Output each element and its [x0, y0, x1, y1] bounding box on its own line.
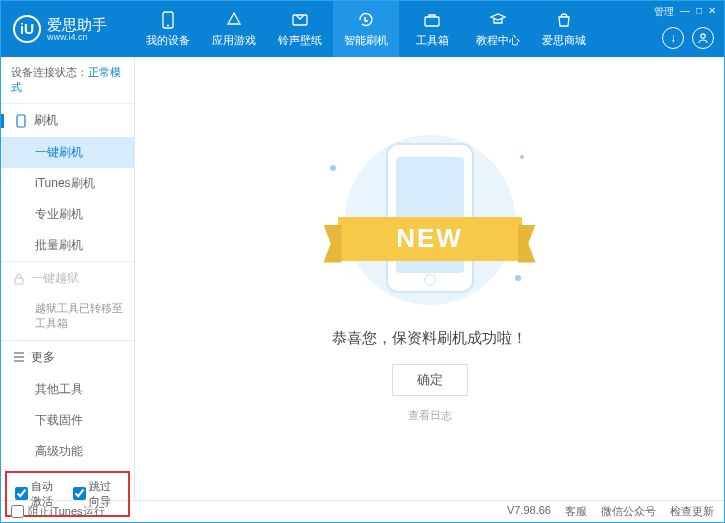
- manage-button[interactable]: 管理: [654, 5, 674, 19]
- sidebar-item-batch[interactable]: 批量刷机: [1, 230, 134, 261]
- phone-icon: [16, 114, 28, 128]
- svg-rect-3: [425, 17, 439, 26]
- update-link[interactable]: 检查更新: [670, 504, 714, 519]
- illustration: NEW: [320, 135, 540, 315]
- user-icon[interactable]: [692, 27, 714, 49]
- version-label: V7.98.66: [507, 504, 551, 519]
- sidebar-item-itunes[interactable]: iTunes刷机: [1, 168, 134, 199]
- maximize-button[interactable]: □: [696, 5, 702, 19]
- wechat-link[interactable]: 微信公众号: [601, 504, 656, 519]
- sidebar-head-more[interactable]: 更多: [1, 341, 134, 374]
- support-link[interactable]: 客服: [565, 504, 587, 519]
- ok-button[interactable]: 确定: [392, 364, 468, 396]
- minimize-button[interactable]: —: [680, 5, 690, 19]
- new-ribbon: NEW: [338, 217, 522, 261]
- nav-flash[interactable]: 智能刷机: [333, 1, 399, 57]
- sidebar-item-pro[interactable]: 专业刷机: [1, 199, 134, 230]
- download-icon[interactable]: ↓: [662, 27, 684, 49]
- app-url: www.i4.cn: [47, 32, 107, 42]
- lock-icon: [13, 273, 25, 285]
- phone-icon: [159, 11, 177, 29]
- close-button[interactable]: ✕: [708, 5, 716, 19]
- nav: 我的设备 应用游戏 铃声壁纸 智能刷机 工具箱 教程中心 爱思商城: [135, 1, 724, 57]
- nav-my-device[interactable]: 我的设备: [135, 1, 201, 57]
- sidebar-item-advanced[interactable]: 高级功能: [1, 436, 134, 467]
- header: iU 爱思助手 www.i4.cn 我的设备 应用游戏 铃声壁纸 智能刷机 工具…: [1, 1, 724, 57]
- checkbox-block-itunes[interactable]: 阻止iTunes运行: [11, 504, 105, 519]
- window-controls: 管理 — □ ✕: [654, 5, 716, 19]
- flash-icon: [357, 11, 375, 29]
- menu-icon: [13, 352, 25, 362]
- header-actions: ↓: [662, 27, 714, 49]
- svg-point-4: [701, 34, 705, 38]
- sidebar-head-flash[interactable]: 刷机: [1, 104, 134, 137]
- svg-rect-6: [15, 278, 23, 284]
- connection-status: 设备连接状态：正常模式: [1, 57, 134, 103]
- ringtone-icon: [291, 11, 309, 29]
- sidebar-head-jailbreak[interactable]: 一键越狱: [1, 262, 134, 295]
- sidebar-item-other[interactable]: 其他工具: [1, 374, 134, 405]
- nav-toolbox[interactable]: 工具箱: [399, 1, 465, 57]
- tutorial-icon: [489, 11, 507, 29]
- nav-apps[interactable]: 应用游戏: [201, 1, 267, 57]
- store-icon: [555, 11, 573, 29]
- svg-point-1: [167, 24, 169, 26]
- nav-tutorial[interactable]: 教程中心: [465, 1, 531, 57]
- svg-rect-2: [293, 15, 307, 25]
- jailbreak-note: 越狱工具已转移至工具箱: [1, 295, 134, 340]
- app-name: 爱思助手: [47, 17, 107, 32]
- nav-store[interactable]: 爱思商城: [531, 1, 597, 57]
- svg-rect-5: [17, 115, 25, 127]
- main-content: NEW 恭喜您，保资料刷机成功啦！ 确定 查看日志: [135, 57, 724, 500]
- nav-ringtone[interactable]: 铃声壁纸: [267, 1, 333, 57]
- success-message: 恭喜您，保资料刷机成功啦！: [332, 329, 527, 348]
- toolbox-icon: [423, 11, 441, 29]
- sidebar-item-oneclick[interactable]: 一键刷机: [1, 137, 134, 168]
- logo-icon: iU: [13, 15, 41, 43]
- apps-icon: [225, 11, 243, 29]
- view-log-link[interactable]: 查看日志: [408, 408, 452, 423]
- sidebar-item-download-fw[interactable]: 下载固件: [1, 405, 134, 436]
- logo: iU 爱思助手 www.i4.cn: [1, 15, 135, 43]
- sidebar: 设备连接状态：正常模式 刷机 一键刷机 iTunes刷机 专业刷机 批量刷机 一…: [1, 57, 135, 500]
